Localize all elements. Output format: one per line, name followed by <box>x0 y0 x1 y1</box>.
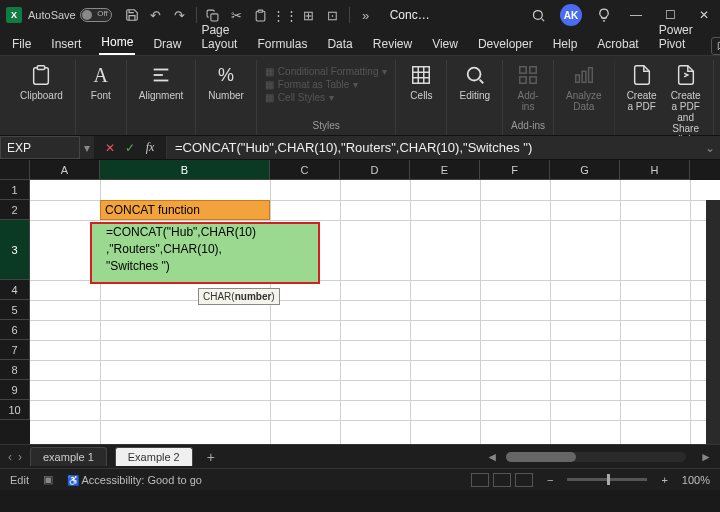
cell-B2[interactable]: CONCAT function <box>100 200 270 220</box>
comments-button[interactable] <box>711 37 720 55</box>
accessibility-status[interactable]: ♿ Accessibility: Good to go <box>67 474 202 486</box>
collapse-ribbon-icon[interactable]: ⌃ <box>714 60 720 135</box>
row-header-10[interactable]: 10 <box>0 400 30 420</box>
hscroll-left-icon[interactable]: ◄ <box>486 450 498 464</box>
tab-formulas[interactable]: Formulas <box>255 33 309 55</box>
tab-review[interactable]: Review <box>371 33 414 55</box>
tab-page-layout[interactable]: Page Layout <box>199 19 239 55</box>
conditional-formatting-button[interactable]: ▦Conditional Formatting▾ <box>265 66 388 77</box>
svg-point-13 <box>467 68 480 81</box>
alignment-icon <box>148 62 174 88</box>
sheet-tab-example1[interactable]: example 1 <box>30 447 107 466</box>
toggle-switch[interactable]: Off <box>80 8 112 22</box>
redo-icon[interactable]: ↷ <box>172 7 188 23</box>
ribbon: Clipboard A Font Alignment % Number <box>0 56 720 136</box>
page-break-view-button[interactable] <box>515 473 533 487</box>
undo-icon[interactable]: ↶ <box>148 7 164 23</box>
analyze-label: AnalyzeData <box>566 90 602 112</box>
tab-file[interactable]: File <box>10 33 33 55</box>
group-cells: Cells <box>396 60 447 135</box>
namebox-dropdown-icon[interactable]: ▾ <box>80 136 94 159</box>
formula-input[interactable]: =CONCAT("Hub",CHAR(10),"Routers",CHAR(10… <box>167 136 700 159</box>
group-font: A Font <box>76 60 127 135</box>
minimize-button[interactable]: — <box>626 5 646 25</box>
zoom-out-button[interactable]: − <box>547 474 553 486</box>
lightbulb-icon[interactable] <box>596 7 612 23</box>
sheet-nav-next-icon[interactable]: › <box>18 450 22 464</box>
qat-icon-3[interactable]: ⊡ <box>325 7 341 23</box>
row-header-9[interactable]: 9 <box>0 380 30 400</box>
font-button[interactable]: A Font <box>84 60 118 103</box>
col-header-A[interactable]: A <box>30 160 100 180</box>
ribbon-tabs: File Insert Home Draw Page Layout Formul… <box>0 30 720 56</box>
row-header-1[interactable]: 1 <box>0 180 30 200</box>
row-header-5[interactable]: 5 <box>0 300 30 320</box>
name-box[interactable]: EXP <box>0 136 80 159</box>
hscroll-right-icon[interactable]: ► <box>700 450 712 464</box>
sheet-nav-prev-icon[interactable]: ‹ <box>8 450 12 464</box>
col-header-G[interactable]: G <box>550 160 620 180</box>
row-header-6[interactable]: 6 <box>0 320 30 340</box>
user-avatar[interactable]: AK <box>560 4 582 26</box>
zoom-level[interactable]: 100% <box>682 474 710 486</box>
analyze-button[interactable]: AnalyzeData <box>562 60 606 114</box>
cell-B3-selection <box>90 222 320 284</box>
tab-help[interactable]: Help <box>551 33 580 55</box>
editing-button[interactable]: Editing <box>455 60 494 103</box>
search-icon[interactable] <box>530 7 546 23</box>
addins-button[interactable]: Add-ins <box>511 60 545 114</box>
cells-button[interactable]: Cells <box>404 60 438 103</box>
autosave-toggle[interactable]: AutoSave Off <box>28 8 112 22</box>
close-button[interactable]: ✕ <box>694 5 714 25</box>
tab-insert[interactable]: Insert <box>49 33 83 55</box>
col-header-E[interactable]: E <box>410 160 480 180</box>
tab-developer[interactable]: Developer <box>476 33 535 55</box>
add-sheet-button[interactable]: + <box>201 449 221 465</box>
save-icon[interactable] <box>124 7 140 23</box>
expand-formula-bar-icon[interactable]: ⌄ <box>700 136 720 159</box>
row-header-2[interactable]: 2 <box>0 200 30 220</box>
normal-view-button[interactable] <box>471 473 489 487</box>
row-header-8[interactable]: 8 <box>0 360 30 380</box>
format-as-table-button[interactable]: ▦Format as Table▾ <box>265 79 388 90</box>
cancel-formula-button[interactable]: ✕ <box>102 140 118 156</box>
create-pdf-button[interactable]: Createa PDF <box>623 60 661 114</box>
paste-button[interactable]: Clipboard <box>16 60 67 103</box>
page-layout-view-button[interactable] <box>493 473 511 487</box>
tab-home[interactable]: Home <box>99 31 135 55</box>
number-button[interactable]: % Number <box>204 60 248 103</box>
zoom-slider[interactable] <box>567 478 647 481</box>
tab-power-pivot[interactable]: Power Pivot <box>657 19 695 55</box>
overflow-icon[interactable]: » <box>358 7 374 23</box>
row-headers: 1 2 3 4 5 6 7 8 9 10 <box>0 180 30 444</box>
row-header-7[interactable]: 7 <box>0 340 30 360</box>
alignment-button[interactable]: Alignment <box>135 60 187 103</box>
insert-function-button[interactable]: fx <box>142 140 158 156</box>
row-header-3[interactable]: 3 <box>0 220 30 280</box>
zoom-in-button[interactable]: + <box>661 474 667 486</box>
enter-formula-button[interactable]: ✓ <box>122 140 138 156</box>
qat-icon-2[interactable]: ⊞ <box>301 7 317 23</box>
cells-area[interactable]: CONCAT function =CONCAT("Hub",CHAR(10) ,… <box>30 180 720 444</box>
col-header-C[interactable]: C <box>270 160 340 180</box>
cell-styles-button[interactable]: ▦Cell Styles▾ <box>265 92 388 103</box>
paste-icon[interactable] <box>253 7 269 23</box>
col-header-B[interactable]: B <box>100 160 270 180</box>
select-all-corner[interactable] <box>0 160 30 180</box>
vertical-scrollbar[interactable] <box>706 200 720 444</box>
col-header-H[interactable]: H <box>620 160 690 180</box>
tab-draw[interactable]: Draw <box>151 33 183 55</box>
col-header-F[interactable]: F <box>480 160 550 180</box>
qat-icon-1[interactable]: ⋮⋮ <box>277 7 293 23</box>
tab-acrobat[interactable]: Acrobat <box>595 33 640 55</box>
row-header-4[interactable]: 4 <box>0 280 30 300</box>
horizontal-scrollbar[interactable] <box>506 452 686 462</box>
document-name[interactable]: Conc… <box>390 8 430 22</box>
svg-rect-18 <box>530 77 536 83</box>
sheet-tab-example2[interactable]: Example 2 <box>115 447 193 466</box>
macro-record-icon[interactable]: ▣ <box>43 473 53 486</box>
create-pdf-share-button[interactable]: Create a PDFand Share link <box>667 60 705 147</box>
tab-view[interactable]: View <box>430 33 460 55</box>
col-header-D[interactable]: D <box>340 160 410 180</box>
tab-data[interactable]: Data <box>325 33 354 55</box>
